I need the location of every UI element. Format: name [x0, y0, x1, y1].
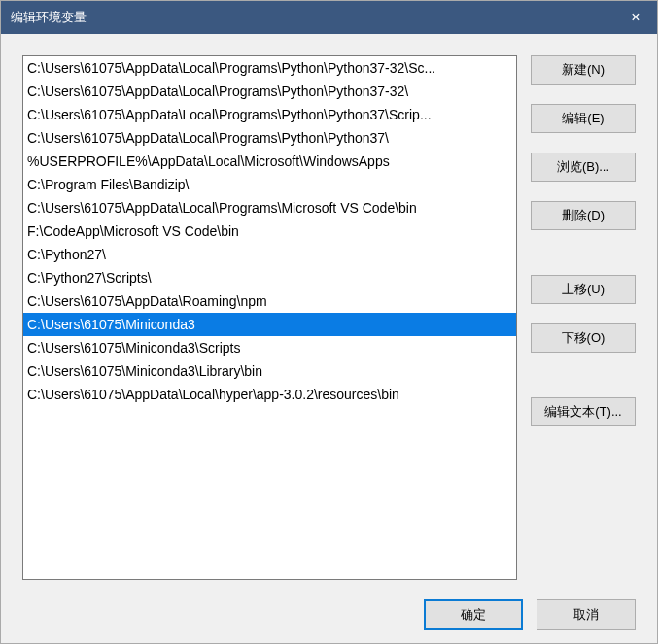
list-item[interactable]: C:\Python27\ — [23, 243, 516, 266]
env-var-dialog: 编辑环境变量 × C:\Users\61075\AppData\Local\Pr… — [0, 0, 658, 644]
list-item[interactable]: C:\Users\61075\AppData\Local\hyper\app-3… — [23, 383, 516, 406]
list-item[interactable]: C:\Program Files\Bandizip\ — [23, 173, 516, 196]
footer: 确定 取消 — [22, 599, 636, 630]
move-down-button[interactable]: 下移(O) — [531, 323, 636, 353]
edit-button[interactable]: 编辑(E) — [531, 104, 636, 133]
list-item[interactable]: C:\Users\61075\AppData\Local\Programs\Py… — [23, 103, 516, 126]
button-column: 新建(N) 编辑(E) 浏览(B)... 删除(D) 上移(U) 下移(O) 编… — [531, 55, 636, 580]
cancel-button[interactable]: 取消 — [537, 599, 636, 630]
list-item[interactable]: C:\Users\61075\AppData\Roaming\npm — [23, 289, 516, 313]
main-row: C:\Users\61075\AppData\Local\Programs\Py… — [22, 55, 636, 580]
delete-button[interactable]: 删除(D) — [531, 201, 636, 230]
list-item[interactable]: C:\Users\61075\Miniconda3\Library\bin — [23, 359, 516, 383]
list-item[interactable]: C:\Users\61075\AppData\Local\Programs\Py… — [23, 80, 516, 103]
ok-button[interactable]: 确定 — [424, 599, 523, 630]
browse-button[interactable]: 浏览(B)... — [531, 153, 636, 182]
titlebar: 编辑环境变量 × — [1, 1, 657, 34]
new-button[interactable]: 新建(N) — [531, 55, 636, 85]
content-area: C:\Users\61075\AppData\Local\Programs\Py… — [1, 34, 657, 644]
path-listbox[interactable]: C:\Users\61075\AppData\Local\Programs\Py… — [22, 55, 517, 580]
list-item[interactable]: C:\Users\61075\Miniconda3\Scripts — [23, 336, 516, 359]
list-item[interactable]: C:\Users\61075\Miniconda3 — [23, 313, 516, 336]
list-item[interactable]: C:\Users\61075\AppData\Local\Programs\Mi… — [23, 196, 516, 220]
list-item[interactable]: C:\Users\61075\AppData\Local\Programs\Py… — [23, 56, 516, 80]
list-item[interactable]: %USERPROFILE%\AppData\Local\Microsoft\Wi… — [23, 150, 516, 173]
close-icon[interactable]: × — [614, 1, 657, 34]
edit-text-button[interactable]: 编辑文本(T)... — [531, 397, 636, 426]
move-up-button[interactable]: 上移(U) — [531, 275, 636, 304]
list-item[interactable]: C:\Users\61075\AppData\Local\Programs\Py… — [23, 126, 516, 150]
window-title: 编辑环境变量 — [11, 9, 87, 26]
list-item[interactable]: C:\Python27\Scripts\ — [23, 266, 516, 289]
list-item[interactable]: F:\CodeApp\Microsoft VS Code\bin — [23, 220, 516, 243]
